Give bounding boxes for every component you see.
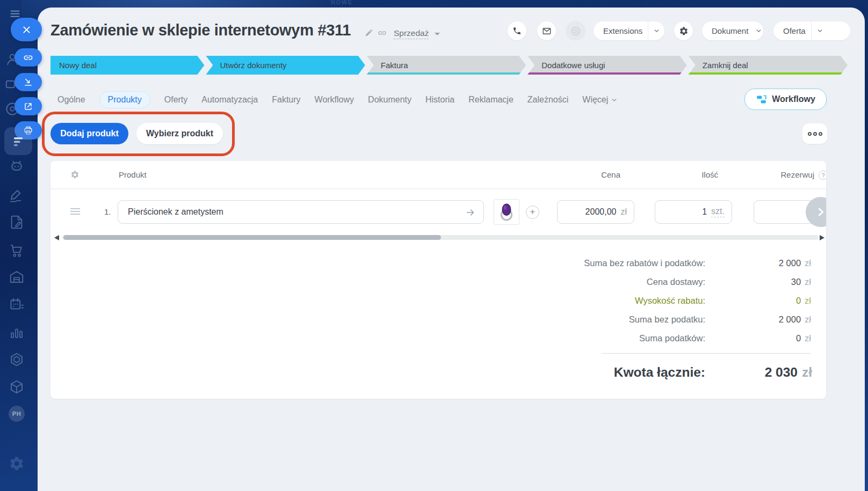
add-image-button[interactable]: + (526, 206, 539, 219)
oferta-button[interactable]: Oferta (773, 21, 850, 40)
sidebar-item-documents[interactable] (9, 214, 25, 230)
stage-dodatkowe-uslugi[interactable]: Dodatkowe usługi (527, 56, 686, 75)
open-new-window-button[interactable] (15, 97, 42, 115)
tab-zaleznosci[interactable]: Zależności (527, 95, 568, 105)
sidebar-item-warehouse[interactable] (9, 269, 25, 285)
workflow-icon (756, 94, 767, 105)
dot-icon (808, 132, 812, 136)
total-value: 2 030zł (765, 365, 812, 380)
help-icon[interactable]: ? (819, 171, 826, 180)
tab-ogolne[interactable]: Ogólne (57, 95, 85, 105)
summary-row-discount: Wysokość rabatu: 0zł (424, 292, 811, 311)
stage-nowy-deal[interactable]: Nowy deal (50, 56, 204, 75)
column-header-produkt: Produkt (119, 161, 147, 188)
sidebar-settings-gear-icon[interactable] (9, 456, 25, 472)
tab-reklamacje[interactable]: Reklamacje (468, 95, 513, 105)
summary-divider (602, 353, 811, 354)
tab-workflowy[interactable]: Workflowy (315, 95, 355, 105)
sidebar-item-automation[interactable] (9, 351, 25, 368)
link-icon (23, 53, 33, 63)
cart-icon (9, 243, 25, 259)
robot-icon (9, 159, 25, 175)
sync-icon (570, 26, 581, 36)
cube-icon (9, 379, 25, 395)
total-label: Kwota łącznie: (614, 365, 705, 380)
app-root: NOWE Zamówienie w sklepie internetowym #… (0, 0, 868, 491)
more-options-button[interactable] (802, 123, 827, 144)
column-settings-gear-icon[interactable] (70, 170, 79, 179)
summary-row: Suma podatków: 0zł (424, 329, 811, 348)
category-caret-icon (435, 33, 440, 35)
nowe-banner: NOWE (331, 0, 353, 5)
close-icon (21, 25, 32, 35)
select-product-button[interactable]: Wybierz produkt (136, 123, 223, 144)
pipeline-stage-bar: Nowy deal Utwórz dokumenty Faktura Dodat… (50, 56, 848, 75)
warehouse-icon (9, 269, 25, 285)
drag-handle[interactable] (70, 208, 80, 215)
gear-icon (679, 26, 689, 36)
hexagon-icon (9, 351, 25, 368)
call-button[interactable] (508, 21, 526, 40)
product-image[interactable] (494, 199, 519, 225)
tab-historia[interactable]: Historia (425, 95, 454, 105)
edit-title-icon[interactable] (365, 28, 373, 37)
sidebar-item-esign[interactable] (9, 188, 25, 204)
chevron-down-icon[interactable] (648, 27, 664, 34)
email-button[interactable] (537, 21, 556, 40)
document-lines-icon (11, 134, 26, 149)
chevron-right-icon (815, 206, 826, 218)
document-edit-icon (9, 214, 25, 230)
sidebar-item-analytics[interactable] (9, 324, 25, 340)
stage-utworz-dokumenty[interactable]: Utwórz dokumenty (206, 56, 365, 75)
column-header-rezerwuj: Rezerwuj (780, 161, 814, 188)
chevron-down-icon[interactable] (812, 27, 829, 34)
quantity-input[interactable]: 1 szt. (655, 200, 732, 224)
price-input[interactable]: 2000,00 zł (557, 200, 634, 224)
close-panel-button[interactable] (11, 18, 42, 41)
copy-link-action-button[interactable] (15, 48, 42, 67)
user-avatar[interactable]: PH (9, 406, 25, 422)
row-index: 1. (104, 207, 111, 216)
arrow-down-right-icon (23, 77, 33, 87)
bar-chart-icon (9, 324, 25, 340)
workflow-button[interactable]: Workflowy (744, 89, 827, 110)
category-selector[interactable]: Sprzedaż (394, 28, 429, 39)
column-header-ilosc: Ilość (701, 161, 718, 188)
chevron-down-icon (611, 97, 618, 104)
external-link-icon (23, 101, 33, 112)
tab-produkty[interactable]: Produkty (99, 91, 150, 108)
tab-dokumenty[interactable]: Dokumenty (368, 95, 411, 105)
sidebar-item-copilot[interactable] (9, 159, 25, 175)
tab-oferty[interactable]: Oferty (164, 95, 188, 105)
tab-wiecej[interactable]: Więcej (582, 95, 618, 105)
add-product-button[interactable]: Dodaj produkt (50, 123, 128, 144)
amethyst-ring-image (495, 201, 518, 223)
minimize-action-button[interactable] (15, 73, 42, 91)
sidebar-item-tasks-calendar[interactable] (9, 297, 25, 313)
open-catalog-arrow-icon[interactable] (465, 207, 476, 218)
scrollbar-left-arrow[interactable] (54, 235, 59, 240)
summary-row: Suma bez podatku: 2 000zł (424, 311, 811, 329)
tab-faktury[interactable]: Faktury (272, 95, 300, 105)
dot-icon (819, 132, 822, 136)
scrollbar-thumb[interactable] (63, 235, 441, 240)
product-name-input[interactable]: Pierścionek z ametystem (118, 200, 484, 224)
table-header-row: Produkt Cena Ilość Rezerwuj ? (50, 161, 826, 189)
dokument-button[interactable]: Dokument (702, 21, 763, 40)
stage-faktura[interactable]: Faktura (367, 56, 526, 75)
scrollbar-right-arrow[interactable] (820, 235, 824, 240)
sidebar-item-sales[interactable] (9, 243, 25, 259)
tab-automatyzacja[interactable]: Automatyzacja (201, 95, 258, 105)
sidebar-item-market[interactable] (9, 379, 25, 395)
summary-row: Suma bez rabatów i podatków: 2 000zł (424, 254, 811, 273)
phone-icon (512, 26, 522, 35)
unit-selector[interactable]: szt. (711, 207, 725, 217)
extensions-button[interactable]: Extensions (594, 21, 664, 40)
summary-row: Cena dostawy: 30zł (424, 273, 811, 292)
sync-button-disabled (566, 21, 585, 41)
sidebar-item-feed-active[interactable] (4, 127, 32, 155)
settings-button[interactable] (674, 21, 693, 40)
stage-zamknij-deal[interactable]: Zamknij deal (689, 56, 848, 75)
copy-link-icon[interactable] (378, 28, 387, 38)
chevron-down-icon (754, 27, 763, 34)
